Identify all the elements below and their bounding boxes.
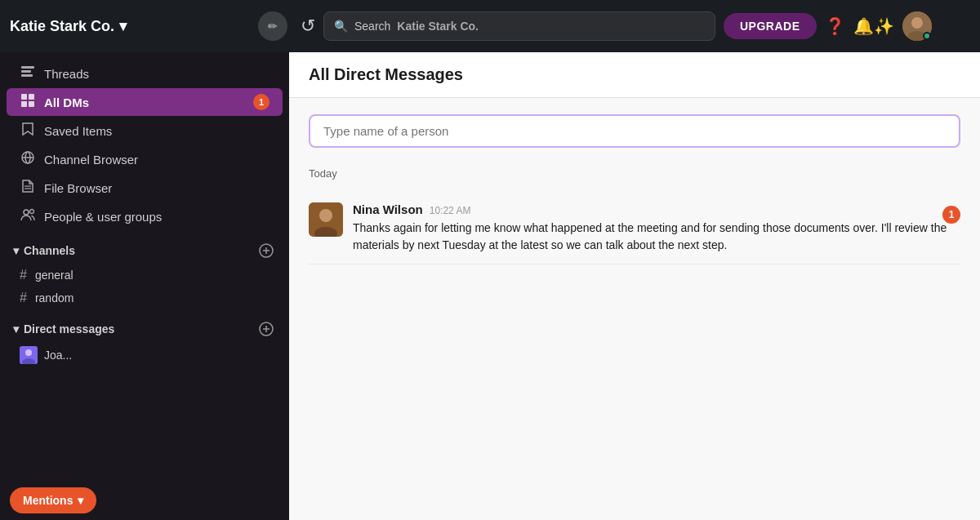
search-workspace-hint: Katie Stark Co. — [397, 20, 479, 33]
sidebar-item-all-dms[interactable]: All DMs 1 — [7, 88, 283, 116]
top-header: Katie Stark Co. ▾ ✏ ↺ 🔍 Search Katie Sta… — [0, 0, 980, 52]
threads-icon — [20, 64, 36, 82]
mentions-label: Mentions — [23, 494, 73, 507]
svg-rect-8 — [21, 101, 27, 107]
sidebar: Threads All DMs 1 — [0, 52, 289, 520]
channels-chevron: ▾ — [13, 244, 19, 257]
hash-icon: # — [20, 268, 27, 282]
dm-joa-avatar — [20, 346, 38, 364]
all-dms-icon — [20, 93, 36, 111]
user-avatar-button[interactable] — [902, 11, 932, 41]
main-content: Threads All DMs 1 — [0, 52, 980, 520]
channel-random-label: random — [35, 291, 74, 304]
message-author: Nina Wilson — [353, 202, 423, 216]
svg-rect-4 — [21, 70, 31, 73]
svg-rect-7 — [29, 94, 34, 100]
svg-rect-9 — [29, 101, 34, 107]
message-avatar — [309, 202, 343, 237]
date-label: Today — [309, 167, 960, 180]
direct-messages-section-header[interactable]: ▾ Direct messages — [0, 309, 289, 342]
mentions-chevron: ▾ — [78, 494, 83, 507]
all-dms-label: All DMs — [44, 96, 89, 109]
message-content: Nina Wilson 10:22 AM Thanks again for le… — [353, 202, 960, 254]
svg-point-1 — [911, 17, 923, 29]
svg-rect-5 — [21, 74, 33, 77]
search-icon: 🔍 — [334, 20, 348, 33]
channel-browser-label: Channel Browser — [44, 153, 138, 167]
workspace-name-button[interactable]: Katie Stark Co. ▾ — [10, 17, 127, 35]
channels-section-header[interactable]: ▾ Channels — [0, 231, 289, 264]
header-right: ↺ 🔍 Search Katie Stark Co. UPGRADE ❓ 🔔✨ — [294, 11, 970, 41]
message-text: Thanks again for letting me know what ha… — [353, 220, 960, 254]
dm-joa-label: Joa... — [44, 349, 72, 362]
sidebar-item-file-browser[interactable]: File Browser — [7, 174, 283, 202]
panel-header: All Direct Messages — [289, 52, 980, 98]
direct-messages-label: Direct messages — [24, 322, 114, 336]
search-bar[interactable]: 🔍 Search Katie Stark Co. — [323, 11, 715, 41]
svg-point-14 — [24, 210, 29, 215]
main-panel: All Direct Messages Today — [289, 52, 980, 520]
notifications-button[interactable]: 🔔✨ — [853, 16, 894, 36]
edit-workspace-button[interactable]: ✏ — [258, 11, 287, 41]
svg-rect-3 — [21, 66, 34, 69]
help-button[interactable]: ❓ — [825, 16, 845, 36]
history-button[interactable]: ↺ — [301, 16, 315, 37]
file-browser-label: File Browser — [44, 181, 112, 195]
sidebar-item-channel-browser[interactable]: Channel Browser — [7, 145, 283, 173]
channel-random[interactable]: # random — [7, 287, 283, 309]
panel-body: Today Nina Wilson 10:22 AM Thanks again — [289, 98, 980, 520]
workspace-label: Katie Stark Co. — [10, 18, 114, 35]
svg-rect-6 — [21, 94, 27, 100]
help-icon: ❓ — [825, 16, 845, 36]
sidebar-item-threads[interactable]: Threads — [7, 60, 283, 87]
saved-items-icon — [20, 122, 36, 140]
people-label: People & user groups — [44, 210, 162, 224]
saved-items-label: Saved Items — [44, 124, 112, 138]
person-search-container[interactable] — [309, 114, 960, 148]
upgrade-button[interactable]: UPGRADE — [724, 13, 817, 39]
upgrade-label: UPGRADE — [740, 20, 800, 33]
svg-point-15 — [30, 210, 34, 214]
page-title: All Direct Messages — [309, 65, 960, 84]
people-icon — [20, 207, 36, 225]
svg-point-26 — [319, 209, 332, 222]
all-dms-badge: 1 — [253, 94, 270, 110]
hash-icon: # — [20, 291, 27, 305]
add-dm-button[interactable] — [256, 319, 276, 339]
dm-joa[interactable]: Joa... — [7, 343, 283, 367]
file-browser-icon — [20, 179, 36, 197]
channel-browser-icon — [20, 150, 36, 168]
person-search-input[interactable] — [323, 124, 946, 138]
channel-general[interactable]: # general — [7, 264, 283, 286]
online-indicator — [923, 32, 931, 40]
history-icon: ↺ — [301, 16, 315, 37]
add-channel-button[interactable] — [256, 241, 276, 260]
sidebar-bottom: Mentions ▾ — [0, 368, 289, 520]
sidebar-item-people[interactable]: People & user groups — [7, 202, 283, 230]
threads-label: Threads — [44, 67, 89, 81]
edit-icon: ✏ — [268, 20, 278, 33]
search-label: Search — [354, 20, 390, 33]
direct-messages-chevron: ▾ — [13, 322, 19, 336]
message-item: Nina Wilson 10:22 AM Thanks again for le… — [309, 193, 960, 264]
mentions-button[interactable]: Mentions ▾ — [10, 487, 96, 513]
message-time: 10:22 AM — [430, 205, 471, 216]
channel-general-label: general — [35, 269, 74, 282]
bell-icon: 🔔✨ — [853, 16, 894, 36]
message-header: Nina Wilson 10:22 AM — [353, 202, 960, 216]
sidebar-item-saved-items[interactable]: Saved Items — [7, 117, 283, 144]
message-badge: 1 — [942, 206, 960, 224]
svg-point-23 — [25, 349, 32, 356]
channels-section-label: Channels — [24, 244, 75, 257]
workspace-area: Katie Stark Co. ▾ ✏ — [10, 11, 287, 41]
workspace-chevron: ▾ — [119, 17, 127, 35]
